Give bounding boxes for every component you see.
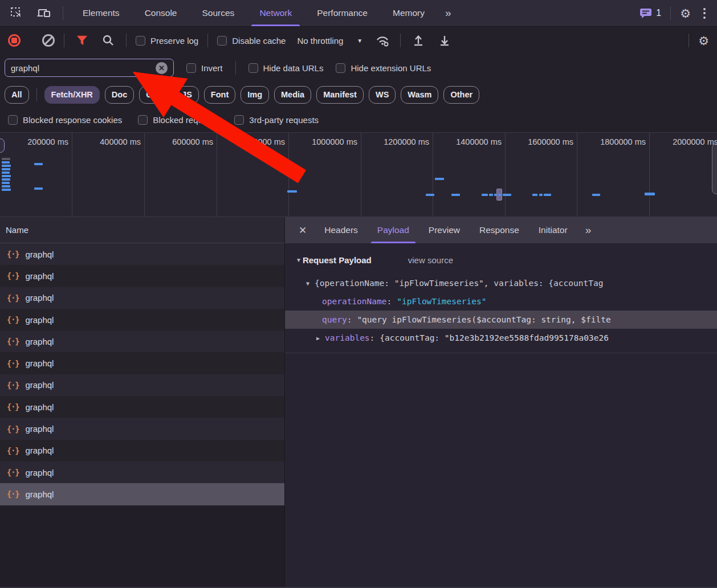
request-row[interactable]: {·}graphql	[0, 330, 284, 352]
detail-tab-preview[interactable]: Preview	[419, 217, 470, 243]
filter-chip-ws[interactable]: WS	[369, 86, 396, 104]
filter-chip-img[interactable]: Img	[241, 86, 269, 104]
tab-sources[interactable]: Sources	[190, 0, 247, 26]
filter-input[interactable]: graphql ✕	[5, 59, 174, 77]
filter-chip-font[interactable]: Font	[204, 86, 235, 104]
request-row[interactable]: {·}graphql	[0, 352, 284, 374]
disable-cache-checkbox[interactable]: Disable cache	[217, 36, 286, 46]
request-row[interactable]: {·}graphql	[0, 265, 284, 287]
request-name-label: graphql	[25, 271, 54, 281]
inspect-element-icon[interactable]	[8, 5, 25, 22]
overview-right-handle[interactable]	[712, 143, 717, 194]
filter-chip-manifest[interactable]: Manifest	[316, 86, 364, 104]
network-overview-bar	[426, 194, 434, 196]
request-row[interactable]: {·}graphql	[0, 462, 284, 483]
collapse-triangle-icon[interactable]: ▼	[306, 280, 309, 287]
network-overview-bar	[503, 194, 511, 196]
request-row[interactable]: {·}graphql	[0, 418, 284, 439]
payload-root-row[interactable]: ▼ {operationName: "ipFlowTimeseries", va…	[285, 274, 717, 292]
network-overview-bar	[435, 178, 444, 180]
name-column-header[interactable]: Name	[0, 217, 284, 243]
overview-left-handle[interactable]	[0, 138, 5, 153]
request-row[interactable]: {·}graphql	[0, 483, 284, 505]
blocked-requests-label: Blocked requests	[153, 115, 218, 125]
request-name-label: graphql	[25, 293, 54, 303]
blocked-requests-checkbox[interactable]: Blocked requests	[138, 115, 218, 125]
export-har-icon[interactable]	[436, 32, 453, 49]
request-name-label: graphql	[25, 446, 54, 455]
clear-network-log-icon[interactable]	[42, 34, 55, 47]
preserve-log-checkbox[interactable]: Preserve log	[136, 36, 198, 46]
more-panels-icon[interactable]: »	[437, 0, 458, 26]
hide-extension-urls-checkbox[interactable]: Hide extension URLs	[336, 63, 431, 73]
network-overview-bar	[532, 194, 537, 196]
timeline-tick-label: 1800000 ms	[600, 137, 646, 146]
tab-elements[interactable]: Elements	[70, 0, 132, 26]
kebab-menu-icon[interactable]	[700, 8, 709, 19]
hide-data-urls-checkbox[interactable]: Hide data URLs	[248, 63, 324, 73]
request-row[interactable]: {·}graphql	[0, 396, 284, 418]
extra-filters-row: Blocked response cookies Blocked request…	[0, 108, 717, 133]
network-overview-bar	[539, 194, 543, 196]
device-toolbar-icon[interactable]	[35, 5, 52, 22]
filter-chip-wasm[interactable]: Wasm	[401, 86, 438, 104]
detail-tab-payload[interactable]: Payload	[368, 217, 419, 243]
search-icon[interactable]	[100, 32, 117, 49]
view-source-link[interactable]: view source	[408, 255, 453, 265]
request-row[interactable]: {·}graphql	[0, 287, 284, 309]
more-detail-tabs-icon[interactable]: »	[577, 217, 598, 243]
request-row[interactable]: {·}graphql	[0, 374, 284, 396]
throttling-select[interactable]: No throttling ▼	[295, 36, 365, 46]
filter-chip-all[interactable]: All	[5, 86, 29, 104]
collapse-triangle-icon[interactable]: ▼	[296, 257, 302, 263]
issues-counter[interactable]: 1	[639, 7, 661, 19]
settings-gear-icon[interactable]: ⚙	[680, 7, 691, 19]
detail-tab-initiator[interactable]: Initiator	[529, 217, 577, 243]
tab-network[interactable]: Network	[247, 0, 304, 26]
payload-variables-value: {accountTag: "b12e3b2192ee5588fdad995178…	[380, 333, 609, 342]
filter-chip-fetch-xhr[interactable]: Fetch/XHR	[44, 86, 100, 104]
network-overview-bar	[2, 158, 10, 160]
resource-type-filters: AllFetch/XHRDocCSSJSFontImgMediaManifest…	[0, 81, 717, 108]
issues-count-label: 1	[656, 8, 661, 18]
expand-triangle-icon[interactable]: ▶	[316, 335, 320, 341]
request-row[interactable]: {·}graphql	[0, 309, 284, 330]
timeline-gridline	[144, 133, 145, 217]
clear-filter-icon[interactable]: ✕	[156, 62, 168, 74]
close-icon[interactable]: ✕	[291, 217, 315, 243]
request-row[interactable]: {·}graphql	[0, 243, 284, 265]
request-row[interactable]: {·}graphql	[0, 440, 284, 462]
record-button[interactable]	[8, 34, 21, 47]
network-overview-bar	[2, 178, 10, 181]
payload-query-row[interactable]: query:"query ipFlowTimeseries($accountTa…	[285, 311, 717, 329]
import-har-icon[interactable]	[410, 32, 427, 49]
network-settings-gear-icon[interactable]: ⚙	[698, 35, 709, 47]
timeline-gridline	[288, 133, 289, 217]
third-party-requests-checkbox[interactable]: 3rd-party requests	[234, 115, 319, 125]
network-overview-bar	[494, 194, 496, 196]
request-name-label: graphql	[25, 468, 54, 477]
network-overview-bar	[287, 190, 297, 193]
chip-divider	[36, 88, 37, 101]
payload-operation-name-row[interactable]: operationName:"ipFlowTimeseries"	[285, 292, 717, 311]
filter-chip-doc[interactable]: Doc	[105, 86, 134, 104]
filter-chip-css[interactable]: CSS	[139, 86, 170, 104]
tab-performance[interactable]: Performance	[304, 0, 380, 26]
tab-memory[interactable]: Memory	[380, 0, 437, 26]
detail-tab-response[interactable]: Response	[470, 217, 529, 243]
network-conditions-icon[interactable]	[374, 32, 391, 49]
network-overview-bar	[2, 185, 10, 187]
blocked-response-cookies-checkbox[interactable]: Blocked response cookies	[8, 115, 122, 125]
payload-variables-row[interactable]: ▶ variables:{accountTag: "b12e3b2192ee55…	[285, 329, 717, 347]
timeline-tick-label: 1200000 ms	[384, 137, 429, 146]
filter-funnel-icon[interactable]	[74, 32, 91, 49]
detail-tab-headers[interactable]: Headers	[315, 217, 368, 243]
network-overview-timeline[interactable]: 200000 ms400000 ms600000 ms800000 ms1000…	[0, 133, 717, 217]
filter-chip-media[interactable]: Media	[274, 86, 311, 104]
invert-checkbox[interactable]: Invert	[186, 63, 223, 73]
tab-console[interactable]: Console	[132, 0, 190, 26]
filter-chip-other[interactable]: Other	[443, 86, 479, 104]
filter-chip-js[interactable]: JS	[175, 86, 199, 104]
request-name-label: graphql	[25, 358, 54, 368]
request-detail-panel: ✕ HeadersPayloadPreviewResponseInitiator…	[285, 217, 717, 588]
